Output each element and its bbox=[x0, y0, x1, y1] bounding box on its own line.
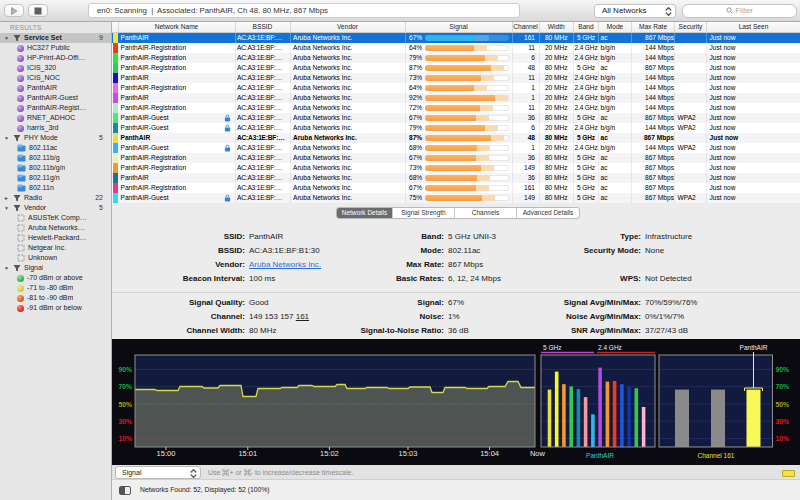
svg-text:15:03: 15:03 bbox=[399, 449, 418, 458]
svg-text:15:02: 15:02 bbox=[320, 449, 339, 458]
svg-text:70%: 70% bbox=[118, 383, 132, 390]
svg-text:90%: 90% bbox=[776, 366, 790, 373]
svg-text:30%: 30% bbox=[776, 418, 790, 425]
svg-text:50%: 50% bbox=[118, 401, 132, 408]
svg-text:Channel 161: Channel 161 bbox=[698, 452, 735, 459]
svg-text:70%: 70% bbox=[776, 383, 790, 390]
svg-text:15:04: 15:04 bbox=[480, 449, 499, 458]
svg-text:30%: 30% bbox=[118, 418, 132, 425]
svg-text:Now: Now bbox=[530, 449, 546, 458]
svg-text:10%: 10% bbox=[118, 435, 132, 442]
svg-text:5 GHz: 5 GHz bbox=[543, 344, 561, 351]
svg-text:15:00: 15:00 bbox=[157, 449, 176, 458]
svg-text:15:01: 15:01 bbox=[238, 449, 257, 458]
svg-text:50%: 50% bbox=[776, 401, 790, 408]
svg-text:PanthAIR: PanthAIR bbox=[740, 344, 768, 351]
svg-text:2.4 GHz: 2.4 GHz bbox=[598, 344, 622, 351]
svg-text:PanthAIR: PanthAIR bbox=[586, 452, 614, 459]
svg-text:90%: 90% bbox=[118, 366, 132, 373]
svg-text:10%: 10% bbox=[776, 435, 790, 442]
